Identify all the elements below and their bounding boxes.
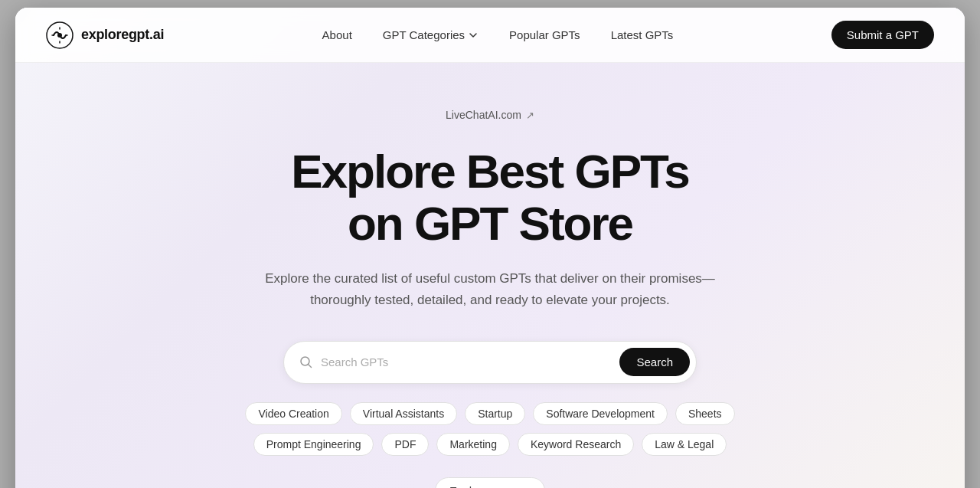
search-container: Search xyxy=(283,341,697,384)
page-background: exploregpt.ai About GPT Categories Popul… xyxy=(15,8,965,488)
chevron-down-icon xyxy=(468,30,479,41)
tag-prompt-engineering[interactable]: Prompt Engineering xyxy=(253,433,374,456)
navbar: exploregpt.ai About GPT Categories Popul… xyxy=(15,8,965,63)
tag-software-development[interactable]: Software Development xyxy=(533,402,668,425)
about-link[interactable]: About xyxy=(310,22,364,47)
hero-title-line2: on GPT Store xyxy=(348,197,632,250)
explore-more-icon: ↗ xyxy=(522,485,531,488)
gpt-categories-link[interactable]: GPT Categories xyxy=(371,22,491,47)
explore-more-button[interactable]: Explore more ↗ xyxy=(435,477,545,488)
svg-point-1 xyxy=(57,33,62,38)
tag-pdf[interactable]: PDF xyxy=(381,433,429,456)
tag-startup[interactable]: Startup xyxy=(465,402,525,425)
popular-gpts-link[interactable]: Popular GPTs xyxy=(497,22,593,47)
main-content: LiveChatAI.com ↗ Explore Best GPTs on GP… xyxy=(15,63,965,488)
tags-row-1: Video Creation Virtual Assistants Startu… xyxy=(245,402,734,425)
tag-keyword-research[interactable]: Keyword Research xyxy=(518,433,634,456)
logo[interactable]: exploregpt.ai xyxy=(46,21,164,49)
tag-sheets[interactable]: Sheets xyxy=(675,402,735,425)
search-icon xyxy=(299,355,313,369)
hero-title: Explore Best GPTs on GPT Store xyxy=(291,146,689,250)
nav-links: About GPT Categories Popular GPTs Latest… xyxy=(310,22,686,47)
search-bar: Search xyxy=(283,341,697,384)
explore-more-label: Explore more xyxy=(449,484,518,488)
external-link-icon: ↗ xyxy=(526,110,534,121)
tags-container: Video Creation Virtual Assistants Startu… xyxy=(245,402,734,456)
search-input[interactable] xyxy=(321,355,619,368)
search-button[interactable]: Search xyxy=(619,348,690,376)
browser-window: exploregpt.ai About GPT Categories Popul… xyxy=(15,8,965,488)
sponsor-badge[interactable]: LiveChatAI.com ↗ xyxy=(446,109,534,121)
tag-marketing[interactable]: Marketing xyxy=(436,433,509,456)
tags-row-2: Prompt Engineering PDF Marketing Keyword… xyxy=(253,433,727,456)
logo-text: exploregpt.ai xyxy=(81,27,164,43)
hero-title-line1: Explore Best GPTs xyxy=(291,145,689,198)
tag-law-legal[interactable]: Law & Legal xyxy=(642,433,727,456)
tag-video-creation[interactable]: Video Creation xyxy=(245,402,341,425)
latest-gpts-link[interactable]: Latest GPTs xyxy=(599,22,686,47)
tag-virtual-assistants[interactable]: Virtual Assistants xyxy=(350,402,457,425)
sponsor-link-text: LiveChatAI.com xyxy=(446,109,521,121)
logo-icon xyxy=(46,21,74,49)
submit-gpt-button[interactable]: Submit a GPT xyxy=(831,21,934,49)
hero-subtitle: Explore the curated list of useful custo… xyxy=(260,268,720,310)
